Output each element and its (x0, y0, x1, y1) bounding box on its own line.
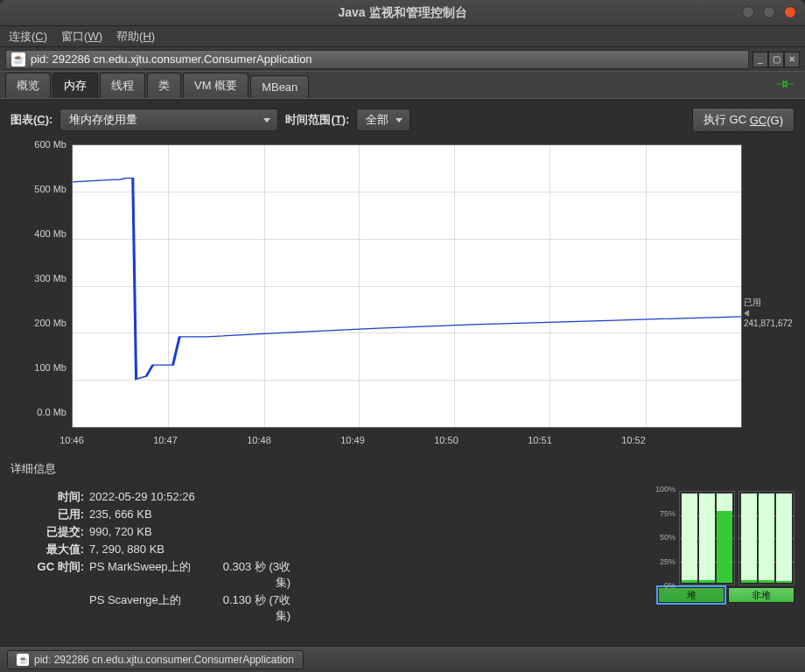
menubar: 连接(C) 窗口(W) 帮助(H) (0, 26, 805, 47)
gc-label: GC 时间: (10, 559, 89, 575)
heap-barset[interactable] (679, 491, 735, 585)
used-label: 已用: (10, 507, 89, 522)
tab-classes[interactable]: 类 (147, 73, 181, 98)
time-label: 时间: (10, 489, 89, 505)
tab-mbean[interactable]: MBean (250, 75, 309, 98)
subwindow-title[interactable]: ☕ pid: 292286 cn.edu.xjtu.consumer.Consu… (5, 50, 749, 69)
chart-y-axis: 600 Mb 500 Mb 400 Mb 300 Mb 200 Mb 100 M… (10, 139, 72, 454)
max-value: 7, 290, 880 KB (89, 542, 378, 556)
subwindow-minimize-button[interactable]: _ (752, 52, 768, 67)
tab-vm-summary[interactable]: VM 概要 (183, 73, 248, 98)
tabbar: 概览 内存 线程 类 VM 概要 MBean (0, 72, 805, 98)
task-button[interactable]: ☕ pid: 292286 cn.edu.xjtu.consumer.Consu… (7, 650, 304, 669)
subwindow-bar: ☕ pid: 292286 cn.edu.xjtu.consumer.Consu… (0, 47, 805, 72)
chart-select[interactable]: 堆内存使用量 (60, 108, 278, 131)
heap-chart: 600 Mb 500 Mb 400 Mb 300 Mb 200 Mb 100 M… (10, 139, 794, 454)
tab-memory[interactable]: 内存 (52, 73, 98, 98)
close-button[interactable] (784, 6, 796, 18)
chart-controls: 图表(C): 堆内存使用量 时间范围(T): 全部 执行 GC GC(G) (10, 108, 794, 132)
chart-current-value-label: 已用 241,871,672 (744, 297, 794, 328)
menu-window[interactable]: 窗口(W) (61, 29, 102, 45)
taskbar: ☕ pid: 292286 cn.edu.xjtu.consumer.Consu… (0, 646, 805, 672)
memory-pool-bars: 0% 25% 50% 75% 100% (628, 489, 794, 637)
details-panel: 时间: 2022-05-29 10:52:26 已用: 235, 666 KB … (10, 489, 621, 637)
timerange-select[interactable]: 全部 (356, 108, 410, 131)
gc2-time: 0.130 秒 (7收集) (212, 592, 290, 624)
java-icon: ☕ (17, 654, 29, 666)
nonheap-legend-button[interactable]: 非堆 (728, 587, 794, 603)
gc1-name: PS MarkSweep上的 (89, 559, 212, 575)
java-icon: ☕ (11, 52, 25, 66)
subwindow-close-button[interactable]: ✕ (784, 52, 800, 67)
chart-plot-area[interactable] (72, 144, 742, 428)
menu-help[interactable]: 帮助(H) (116, 29, 155, 45)
subwindow-maximize-button[interactable]: ▢ (768, 52, 784, 67)
used-value: 235, 666 KB (89, 508, 378, 521)
connection-status-icon[interactable] (775, 77, 794, 91)
nonheap-barset[interactable] (738, 491, 794, 585)
gc2-name: PS Scavenge上的 (89, 592, 212, 608)
tab-overview[interactable]: 概览 (5, 73, 51, 98)
menu-connect[interactable]: 连接(C) (9, 29, 47, 45)
minimize-button[interactable] (742, 6, 754, 18)
committed-value: 990, 720 KB (89, 525, 378, 538)
window-title: Java 监视和管理控制台 (338, 5, 466, 21)
time-value: 2022-05-29 10:52:26 (89, 490, 378, 503)
chart-label: 图表(C): (10, 112, 52, 128)
gc1-time: 0.303 秒 (3收集) (212, 559, 290, 591)
max-label: 最大值: (10, 542, 89, 557)
details-heading: 详细信息 (10, 461, 794, 477)
maximize-button[interactable] (763, 6, 775, 18)
tab-threads[interactable]: 线程 (100, 73, 145, 98)
perform-gc-button[interactable]: 执行 GC GC(G) (692, 108, 794, 132)
committed-label: 已提交: (10, 524, 89, 540)
window-titlebar: Java 监视和管理控制台 (0, 0, 805, 26)
timerange-label: 时间范围(T): (285, 112, 349, 128)
